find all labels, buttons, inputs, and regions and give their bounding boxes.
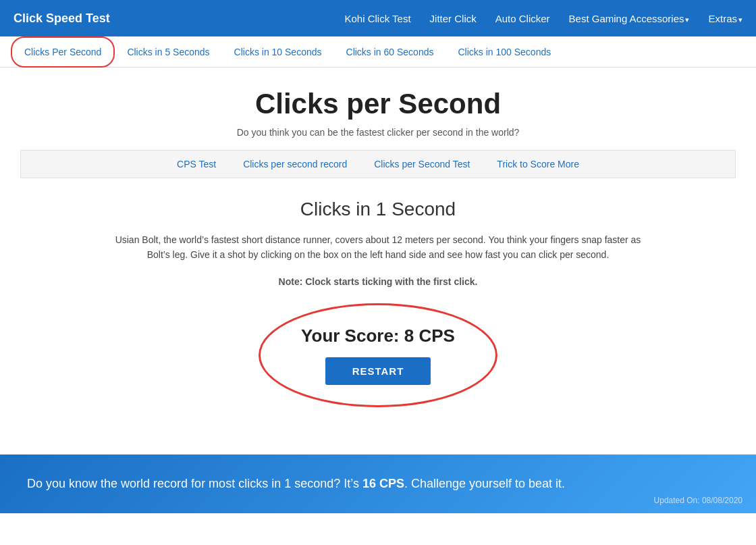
sub-nav-clicks-5s[interactable]: Clicks in 5 Seconds bbox=[115, 36, 221, 68]
score-oval: Your Score: 8 CPS RESTART bbox=[259, 303, 497, 407]
nav-auto-clicker[interactable]: Auto Clicker bbox=[495, 13, 550, 24]
section-title: Clicks in 1 Second bbox=[20, 199, 736, 220]
nav-extras[interactable]: Extras▾ bbox=[708, 13, 742, 24]
internal-link-cps-test[interactable]: CPS Test bbox=[177, 159, 216, 170]
sub-nav: Clicks Per Second Clicks in 5 Seconds Cl… bbox=[0, 36, 756, 68]
world-record-banner: Do you know the world record for most cl… bbox=[0, 455, 756, 513]
dropdown-arrow-icon: ▾ bbox=[685, 16, 689, 24]
world-record-after: . Challenge yourself to beat it. bbox=[404, 477, 565, 490]
note-body: Clock starts ticking with the first clic… bbox=[305, 276, 477, 287]
note-text: Note: Clock starts ticking with the firs… bbox=[20, 276, 736, 287]
nav-jitter-click[interactable]: Jitter Click bbox=[430, 13, 477, 24]
internal-link-cps-test2[interactable]: Clicks per Second Test bbox=[374, 159, 470, 170]
dropdown-arrow-extras-icon: ▾ bbox=[738, 16, 742, 24]
nav-kohi-click-test[interactable]: Kohi Click Test bbox=[344, 13, 410, 24]
score-display: Your Score: 8 CPS bbox=[301, 326, 455, 346]
top-nav: Click Speed Test Kohi Click Test Jitter … bbox=[0, 0, 756, 36]
nav-best-gaming[interactable]: Best Gaming Accessories▾ bbox=[569, 13, 690, 24]
score-container: Your Score: 8 CPS RESTART bbox=[259, 303, 497, 407]
sub-nav-clicks-100s[interactable]: Clicks in 100 Seconds bbox=[446, 36, 563, 68]
main-content: Clicks per Second Do you think you can b… bbox=[7, 68, 749, 441]
world-record-before: Do you know the world record for most cl… bbox=[27, 477, 362, 490]
sub-nav-clicks-60s[interactable]: Clicks in 60 Seconds bbox=[334, 36, 446, 68]
world-record-cps: 16 CPS bbox=[362, 477, 404, 490]
page-title: Clicks per Second bbox=[20, 88, 736, 120]
internal-links-bar: CPS Test Clicks per second record Clicks… bbox=[20, 150, 736, 178]
note-label: Note: bbox=[279, 276, 303, 287]
restart-button[interactable]: RESTART bbox=[325, 357, 431, 385]
internal-link-trick[interactable]: Trick to Score More bbox=[497, 159, 579, 170]
page-subtitle: Do you think you can be the fastest clic… bbox=[20, 127, 736, 138]
updated-on: Updated On: 08/08/2020 bbox=[654, 496, 742, 505]
internal-link-record[interactable]: Clicks per second record bbox=[243, 159, 347, 170]
sub-nav-clicks-per-second[interactable]: Clicks Per Second bbox=[11, 36, 115, 68]
top-nav-links: Kohi Click Test Jitter Click Auto Clicke… bbox=[344, 13, 742, 24]
brand-link[interactable]: Click Speed Test bbox=[14, 11, 110, 26]
sub-nav-clicks-10s[interactable]: Clicks in 10 Seconds bbox=[222, 36, 334, 68]
world-record-text: Do you know the world record for most cl… bbox=[27, 475, 729, 493]
section-description: Usian Bolt, the world’s fastest short di… bbox=[108, 232, 648, 263]
